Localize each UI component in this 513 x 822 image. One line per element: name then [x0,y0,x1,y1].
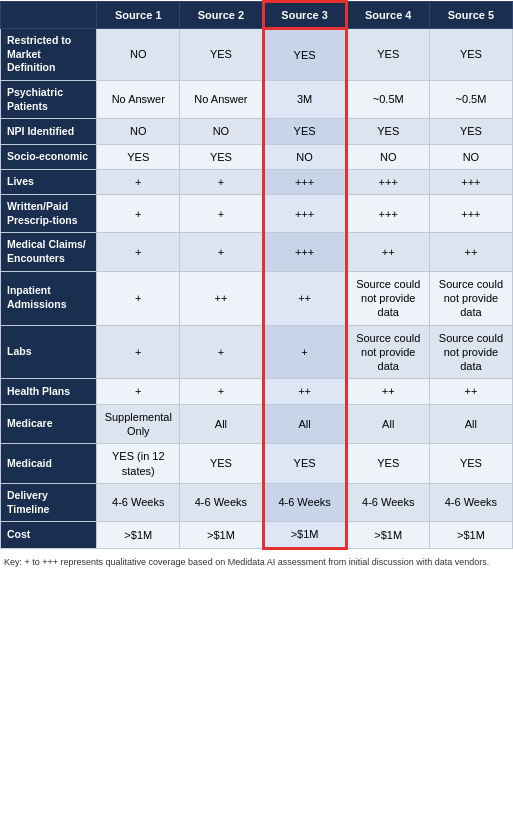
cell-r11-c4: YES [429,444,512,484]
cell-r4-c1: + [180,169,263,194]
cell-r6-c2: +++ [263,233,346,271]
cell-r0-c3: YES [346,29,429,81]
cell-r4-c2: +++ [263,169,346,194]
table-row: Health Plans++++++++ [1,379,513,404]
comparison-table: Source 1Source 2Source 3Source 4Source 5… [0,0,513,574]
table-row: Inpatient Admissions+++++Source could no… [1,271,513,325]
cell-r9-c3: ++ [346,379,429,404]
cell-r11-c3: YES [346,444,429,484]
cell-r10-c0: Supplemental Only [97,404,180,444]
cell-r2-c0: NO [97,119,180,144]
row-label-8: Labs [1,325,97,379]
table-row: NPI IdentifiedNONOYESYESYES [1,119,513,144]
row-label-11: Medicaid [1,444,97,484]
cell-r5-c4: +++ [429,195,512,233]
row-label-12: Delivery Timeline [1,483,97,521]
header-label [1,2,97,29]
table-row: MedicareSupplemental OnlyAllAllAllAll [1,404,513,444]
row-label-0: Restricted to Market Definition [1,29,97,81]
cell-r8-c4: Source could not provide data [429,325,512,379]
row-label-9: Health Plans [1,379,97,404]
cell-r1-c0: No Answer [97,80,180,118]
cell-r4-c4: +++ [429,169,512,194]
cell-r7-c2: ++ [263,271,346,325]
cell-r0-c1: YES [180,29,263,81]
cell-r11-c2: YES [263,444,346,484]
cell-r2-c3: YES [346,119,429,144]
cell-r13-c3: >$1M [346,522,429,548]
row-label-5: Written/Paid Prescrip-tions [1,195,97,233]
table-row: MedicaidYES (in 12 states)YESYESYESYES [1,444,513,484]
cell-r12-c0: 4-6 Weeks [97,483,180,521]
table-row: Socio-economicYESYESNONONO [1,144,513,169]
cell-r10-c4: All [429,404,512,444]
cell-r11-c1: YES [180,444,263,484]
row-label-10: Medicare [1,404,97,444]
table-row: Lives+++++++++++ [1,169,513,194]
header-source-2: Source 2 [180,2,263,29]
cell-r0-c0: NO [97,29,180,81]
cell-r5-c2: +++ [263,195,346,233]
cell-r11-c0: YES (in 12 states) [97,444,180,484]
table-row: Cost>$1M>$1M>$1M>$1M>$1M [1,522,513,548]
cell-r13-c4: >$1M [429,522,512,548]
cell-r0-c2: YES [263,29,346,81]
cell-r6-c4: ++ [429,233,512,271]
table-row: Delivery Timeline4-6 Weeks4-6 Weeks4-6 W… [1,483,513,521]
cell-r2-c1: NO [180,119,263,144]
cell-r1-c4: ~0.5M [429,80,512,118]
cell-r6-c1: + [180,233,263,271]
cell-r8-c1: + [180,325,263,379]
cell-r3-c1: YES [180,144,263,169]
table-row: Labs+++Source could not provide dataSour… [1,325,513,379]
cell-r7-c3: Source could not provide data [346,271,429,325]
cell-r4-c3: +++ [346,169,429,194]
cell-r1-c3: ~0.5M [346,80,429,118]
cell-r12-c3: 4-6 Weeks [346,483,429,521]
cell-r2-c4: YES [429,119,512,144]
header-source-3: Source 3 [263,2,346,29]
header-source-5: Source 5 [429,2,512,29]
cell-r9-c2: ++ [263,379,346,404]
row-label-1: Psychiatric Patients [1,80,97,118]
cell-r5-c3: +++ [346,195,429,233]
cell-r8-c0: + [97,325,180,379]
cell-r6-c3: ++ [346,233,429,271]
cell-r8-c3: Source could not provide data [346,325,429,379]
cell-r5-c0: + [97,195,180,233]
cell-r4-c0: + [97,169,180,194]
cell-r9-c1: + [180,379,263,404]
cell-r10-c2: All [263,404,346,444]
cell-r13-c2: >$1M [263,522,346,548]
cell-r3-c0: YES [97,144,180,169]
cell-r12-c2: 4-6 Weeks [263,483,346,521]
cell-r8-c2: + [263,325,346,379]
cell-r2-c2: YES [263,119,346,144]
cell-r5-c1: + [180,195,263,233]
row-label-7: Inpatient Admissions [1,271,97,325]
cell-r10-c1: All [180,404,263,444]
cell-r0-c4: YES [429,29,512,81]
footnote: Key: + to +++ represents qualitative cov… [0,550,513,575]
cell-r13-c1: >$1M [180,522,263,548]
cell-r7-c4: Source could not provide data [429,271,512,325]
cell-r9-c0: + [97,379,180,404]
table-row: Psychiatric PatientsNo AnswerNo Answer3M… [1,80,513,118]
header-source-4: Source 4 [346,2,429,29]
cell-r3-c4: NO [429,144,512,169]
table-row: Restricted to Market DefinitionNOYESYESY… [1,29,513,81]
cell-r9-c4: ++ [429,379,512,404]
cell-r3-c2: NO [263,144,346,169]
cell-r13-c0: >$1M [97,522,180,548]
cell-r7-c0: + [97,271,180,325]
cell-r1-c1: No Answer [180,80,263,118]
table-header: Source 1Source 2Source 3Source 4Source 5 [1,2,513,29]
cell-r12-c4: 4-6 Weeks [429,483,512,521]
row-label-6: Medical Claims/ Encounters [1,233,97,271]
row-label-3: Socio-economic [1,144,97,169]
row-label-4: Lives [1,169,97,194]
cell-r3-c3: NO [346,144,429,169]
row-label-13: Cost [1,522,97,548]
table-row: Written/Paid Prescrip-tions+++++++++++ [1,195,513,233]
cell-r7-c1: ++ [180,271,263,325]
